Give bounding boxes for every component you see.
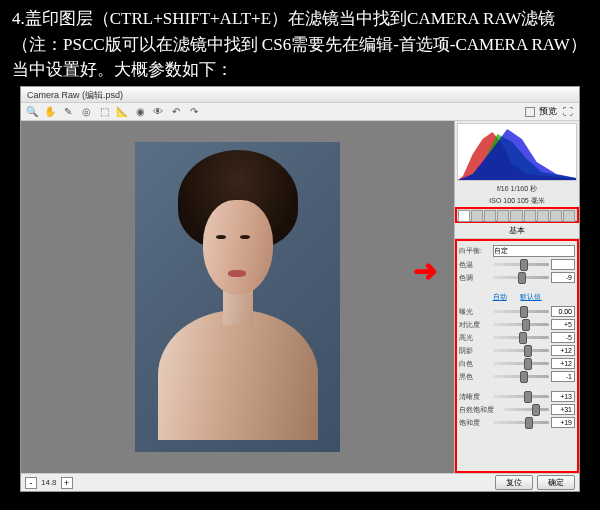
spot-icon[interactable]: ◉	[133, 105, 147, 119]
tab-curve[interactable]	[471, 210, 483, 222]
tint-label: 色调	[459, 273, 491, 283]
tab-preset[interactable]	[563, 210, 575, 222]
exposure-slider[interactable]	[493, 310, 549, 313]
saturation-slider[interactable]	[493, 421, 549, 424]
zoom-tool-icon[interactable]: 🔍	[25, 105, 39, 119]
preview-image	[135, 142, 340, 452]
ok-button[interactable]: 确定	[537, 475, 575, 490]
panel-tabs	[455, 207, 579, 223]
exposure-info: f/16 1/160 秒	[455, 183, 579, 195]
highlights-slider[interactable]	[493, 336, 549, 339]
zoom-in-button[interactable]: +	[61, 477, 73, 489]
shadows-label: 阴影	[459, 346, 491, 356]
contrast-label: 对比度	[459, 320, 491, 330]
toolbar: 🔍 ✋ ✎ ◎ ⬚ 📐 ◉ 👁 ↶ ↷ 预览 ⛶	[21, 103, 579, 121]
shadows-slider[interactable]	[493, 349, 549, 352]
callout-arrow: ➜	[413, 253, 438, 288]
fullscreen-icon[interactable]: ⛶	[561, 105, 575, 119]
whites-slider[interactable]	[493, 362, 549, 365]
blacks-slider[interactable]	[493, 375, 549, 378]
tint-slider[interactable]	[493, 276, 549, 279]
tab-basic[interactable]	[458, 210, 470, 222]
auto-link[interactable]: 自动	[493, 293, 507, 300]
tint-value[interactable]: -9	[551, 272, 575, 283]
vibrance-value[interactable]: +31	[551, 404, 575, 415]
wb-label: 白平衡:	[459, 246, 491, 256]
window-titlebar: Camera Raw (编辑.psd)	[21, 87, 579, 103]
tab-fx[interactable]	[537, 210, 549, 222]
hand-tool-icon[interactable]: ✋	[43, 105, 57, 119]
histogram[interactable]	[457, 123, 577, 181]
clarity-slider[interactable]	[493, 395, 549, 398]
image-canvas[interactable]	[21, 121, 454, 473]
whites-label: 白色	[459, 359, 491, 369]
zoom-out-button[interactable]: -	[25, 477, 37, 489]
clarity-value[interactable]: +13	[551, 391, 575, 402]
instruction-text: 4.盖印图层（CTRL+SHIFT+ALT+E）在滤镜当中找到CAMERA RA…	[0, 0, 600, 93]
clarity-label: 清晰度	[459, 392, 491, 402]
highlights-label: 高光	[459, 333, 491, 343]
temp-value[interactable]	[551, 259, 575, 270]
preview-label: 预览	[539, 105, 557, 118]
blacks-label: 黑色	[459, 372, 491, 382]
reset-button[interactable]: 复位	[495, 475, 533, 490]
temp-slider[interactable]	[493, 263, 549, 266]
blacks-value[interactable]: -1	[551, 371, 575, 382]
tab-split[interactable]	[510, 210, 522, 222]
temp-label: 色温	[459, 260, 491, 270]
wb-select[interactable]: 自定	[493, 245, 575, 257]
straighten-icon[interactable]: 📐	[115, 105, 129, 119]
default-link[interactable]: 默认值	[520, 293, 541, 300]
saturation-value[interactable]: +19	[551, 417, 575, 428]
adjustments-panel: f/16 1/160 秒 ISO 100 105 毫米 基本 白平衡: 自定	[454, 121, 579, 473]
iso-info: ISO 100 105 毫米	[455, 195, 579, 207]
camera-raw-window: Camera Raw (编辑.psd) 🔍 ✋ ✎ ◎ ⬚ 📐 ◉ 👁 ↶ ↷ …	[20, 86, 580, 492]
contrast-slider[interactable]	[493, 323, 549, 326]
exposure-label: 曝光	[459, 307, 491, 317]
sampler-icon[interactable]: ◎	[79, 105, 93, 119]
eyedropper-icon[interactable]: ✎	[61, 105, 75, 119]
status-bar: - 14.8 + 复位 确定	[21, 473, 579, 491]
zoom-value[interactable]: 14.8	[41, 478, 57, 487]
saturation-label: 饱和度	[459, 418, 491, 428]
basic-panel-content: 白平衡: 自定 色温 色调 -9 自动 默认值	[455, 239, 579, 473]
redeye-icon[interactable]: 👁	[151, 105, 165, 119]
preview-checkbox[interactable]	[525, 107, 535, 117]
highlights-value[interactable]: -5	[551, 332, 575, 343]
contrast-value[interactable]: +5	[551, 319, 575, 330]
crop-icon[interactable]: ⬚	[97, 105, 111, 119]
shadows-value[interactable]: +12	[551, 345, 575, 356]
whites-value[interactable]: +12	[551, 358, 575, 369]
tab-hsl[interactable]	[497, 210, 509, 222]
vibrance-slider[interactable]	[503, 408, 549, 411]
tab-detail[interactable]	[484, 210, 496, 222]
rotate-ccw-icon[interactable]: ↶	[169, 105, 183, 119]
vibrance-label: 自然饱和度	[459, 405, 501, 415]
tab-calib[interactable]	[550, 210, 562, 222]
rotate-cw-icon[interactable]: ↷	[187, 105, 201, 119]
panel-title: 基本	[455, 223, 579, 239]
exposure-value[interactable]: 0.00	[551, 306, 575, 317]
tab-lens[interactable]	[524, 210, 536, 222]
